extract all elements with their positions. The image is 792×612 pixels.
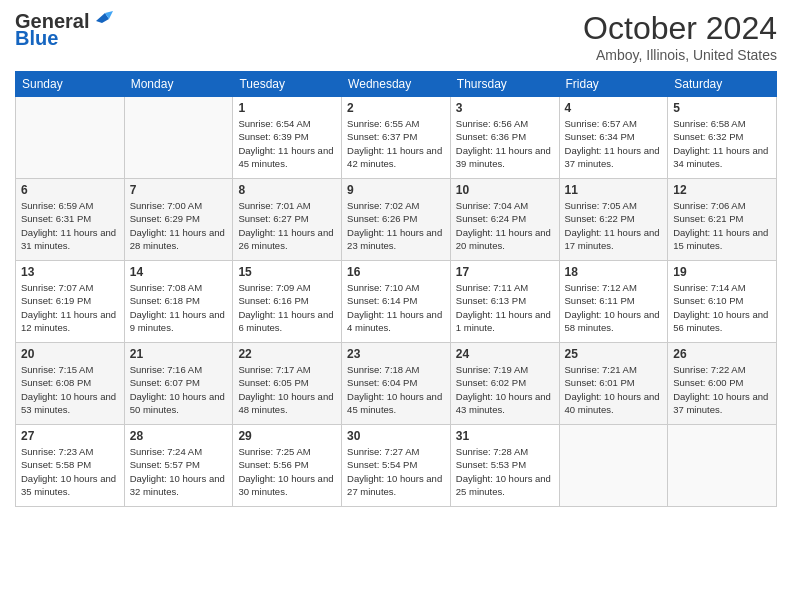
col-header-sunday: Sunday	[16, 72, 125, 97]
day-cell: 12Sunrise: 7:06 AM Sunset: 6:21 PM Dayli…	[668, 179, 777, 261]
week-row-2: 6Sunrise: 6:59 AM Sunset: 6:31 PM Daylig…	[16, 179, 777, 261]
day-cell: 23Sunrise: 7:18 AM Sunset: 6:04 PM Dayli…	[342, 343, 451, 425]
day-info: Sunrise: 7:05 AM Sunset: 6:22 PM Dayligh…	[565, 199, 663, 252]
day-cell: 1Sunrise: 6:54 AM Sunset: 6:39 PM Daylig…	[233, 97, 342, 179]
day-cell: 17Sunrise: 7:11 AM Sunset: 6:13 PM Dayli…	[450, 261, 559, 343]
title-area: October 2024 Amboy, Illinois, United Sta…	[583, 10, 777, 63]
day-info: Sunrise: 7:16 AM Sunset: 6:07 PM Dayligh…	[130, 363, 228, 416]
day-cell: 18Sunrise: 7:12 AM Sunset: 6:11 PM Dayli…	[559, 261, 668, 343]
day-number: 2	[347, 101, 445, 115]
day-number: 24	[456, 347, 554, 361]
day-number: 22	[238, 347, 336, 361]
day-number: 13	[21, 265, 119, 279]
day-number: 20	[21, 347, 119, 361]
day-info: Sunrise: 7:11 AM Sunset: 6:13 PM Dayligh…	[456, 281, 554, 334]
day-cell: 27Sunrise: 7:23 AM Sunset: 5:58 PM Dayli…	[16, 425, 125, 507]
day-number: 14	[130, 265, 228, 279]
day-number: 30	[347, 429, 445, 443]
day-cell: 6Sunrise: 6:59 AM Sunset: 6:31 PM Daylig…	[16, 179, 125, 261]
day-number: 16	[347, 265, 445, 279]
col-header-tuesday: Tuesday	[233, 72, 342, 97]
day-info: Sunrise: 7:08 AM Sunset: 6:18 PM Dayligh…	[130, 281, 228, 334]
day-cell: 24Sunrise: 7:19 AM Sunset: 6:02 PM Dayli…	[450, 343, 559, 425]
week-row-1: 1Sunrise: 6:54 AM Sunset: 6:39 PM Daylig…	[16, 97, 777, 179]
day-info: Sunrise: 7:24 AM Sunset: 5:57 PM Dayligh…	[130, 445, 228, 498]
day-info: Sunrise: 7:23 AM Sunset: 5:58 PM Dayligh…	[21, 445, 119, 498]
day-cell: 9Sunrise: 7:02 AM Sunset: 6:26 PM Daylig…	[342, 179, 451, 261]
location: Amboy, Illinois, United States	[583, 47, 777, 63]
day-info: Sunrise: 7:10 AM Sunset: 6:14 PM Dayligh…	[347, 281, 445, 334]
day-info: Sunrise: 6:54 AM Sunset: 6:39 PM Dayligh…	[238, 117, 336, 170]
day-cell	[16, 97, 125, 179]
day-number: 15	[238, 265, 336, 279]
day-cell: 10Sunrise: 7:04 AM Sunset: 6:24 PM Dayli…	[450, 179, 559, 261]
day-info: Sunrise: 6:57 AM Sunset: 6:34 PM Dayligh…	[565, 117, 663, 170]
day-number: 31	[456, 429, 554, 443]
day-number: 3	[456, 101, 554, 115]
day-info: Sunrise: 6:55 AM Sunset: 6:37 PM Dayligh…	[347, 117, 445, 170]
logo: General Blue	[15, 10, 113, 50]
day-cell: 7Sunrise: 7:00 AM Sunset: 6:29 PM Daylig…	[124, 179, 233, 261]
day-info: Sunrise: 7:25 AM Sunset: 5:56 PM Dayligh…	[238, 445, 336, 498]
day-cell: 30Sunrise: 7:27 AM Sunset: 5:54 PM Dayli…	[342, 425, 451, 507]
col-header-wednesday: Wednesday	[342, 72, 451, 97]
day-number: 23	[347, 347, 445, 361]
day-number: 25	[565, 347, 663, 361]
day-cell: 11Sunrise: 7:05 AM Sunset: 6:22 PM Dayli…	[559, 179, 668, 261]
calendar-table: SundayMondayTuesdayWednesdayThursdayFrid…	[15, 71, 777, 507]
day-number: 27	[21, 429, 119, 443]
day-number: 17	[456, 265, 554, 279]
day-info: Sunrise: 6:58 AM Sunset: 6:32 PM Dayligh…	[673, 117, 771, 170]
day-info: Sunrise: 6:59 AM Sunset: 6:31 PM Dayligh…	[21, 199, 119, 252]
day-info: Sunrise: 7:18 AM Sunset: 6:04 PM Dayligh…	[347, 363, 445, 416]
logo-blue: Blue	[15, 27, 58, 50]
col-header-monday: Monday	[124, 72, 233, 97]
day-cell	[559, 425, 668, 507]
day-number: 18	[565, 265, 663, 279]
day-info: Sunrise: 7:01 AM Sunset: 6:27 PM Dayligh…	[238, 199, 336, 252]
header-row: SundayMondayTuesdayWednesdayThursdayFrid…	[16, 72, 777, 97]
day-info: Sunrise: 7:07 AM Sunset: 6:19 PM Dayligh…	[21, 281, 119, 334]
day-number: 19	[673, 265, 771, 279]
week-row-5: 27Sunrise: 7:23 AM Sunset: 5:58 PM Dayli…	[16, 425, 777, 507]
day-cell: 19Sunrise: 7:14 AM Sunset: 6:10 PM Dayli…	[668, 261, 777, 343]
day-number: 28	[130, 429, 228, 443]
day-number: 10	[456, 183, 554, 197]
day-number: 5	[673, 101, 771, 115]
day-cell: 31Sunrise: 7:28 AM Sunset: 5:53 PM Dayli…	[450, 425, 559, 507]
day-info: Sunrise: 7:09 AM Sunset: 6:16 PM Dayligh…	[238, 281, 336, 334]
day-info: Sunrise: 7:02 AM Sunset: 6:26 PM Dayligh…	[347, 199, 445, 252]
page-container: General Blue October 2024 Amboy, Illinoi…	[0, 0, 792, 517]
header: General Blue October 2024 Amboy, Illinoi…	[15, 10, 777, 63]
day-info: Sunrise: 7:22 AM Sunset: 6:00 PM Dayligh…	[673, 363, 771, 416]
week-row-4: 20Sunrise: 7:15 AM Sunset: 6:08 PM Dayli…	[16, 343, 777, 425]
day-info: Sunrise: 7:06 AM Sunset: 6:21 PM Dayligh…	[673, 199, 771, 252]
week-row-3: 13Sunrise: 7:07 AM Sunset: 6:19 PM Dayli…	[16, 261, 777, 343]
day-info: Sunrise: 7:27 AM Sunset: 5:54 PM Dayligh…	[347, 445, 445, 498]
day-info: Sunrise: 7:12 AM Sunset: 6:11 PM Dayligh…	[565, 281, 663, 334]
day-cell: 14Sunrise: 7:08 AM Sunset: 6:18 PM Dayli…	[124, 261, 233, 343]
day-number: 4	[565, 101, 663, 115]
day-cell: 25Sunrise: 7:21 AM Sunset: 6:01 PM Dayli…	[559, 343, 668, 425]
day-cell: 8Sunrise: 7:01 AM Sunset: 6:27 PM Daylig…	[233, 179, 342, 261]
day-info: Sunrise: 6:56 AM Sunset: 6:36 PM Dayligh…	[456, 117, 554, 170]
day-cell	[124, 97, 233, 179]
day-cell: 20Sunrise: 7:15 AM Sunset: 6:08 PM Dayli…	[16, 343, 125, 425]
day-cell	[668, 425, 777, 507]
month-title: October 2024	[583, 10, 777, 47]
day-number: 8	[238, 183, 336, 197]
day-cell: 5Sunrise: 6:58 AM Sunset: 6:32 PM Daylig…	[668, 97, 777, 179]
day-number: 29	[238, 429, 336, 443]
day-info: Sunrise: 7:00 AM Sunset: 6:29 PM Dayligh…	[130, 199, 228, 252]
day-number: 7	[130, 183, 228, 197]
day-cell: 13Sunrise: 7:07 AM Sunset: 6:19 PM Dayli…	[16, 261, 125, 343]
col-header-thursday: Thursday	[450, 72, 559, 97]
day-number: 6	[21, 183, 119, 197]
day-info: Sunrise: 7:17 AM Sunset: 6:05 PM Dayligh…	[238, 363, 336, 416]
col-header-saturday: Saturday	[668, 72, 777, 97]
day-number: 1	[238, 101, 336, 115]
logo-bird-icon	[91, 11, 113, 29]
day-info: Sunrise: 7:19 AM Sunset: 6:02 PM Dayligh…	[456, 363, 554, 416]
col-header-friday: Friday	[559, 72, 668, 97]
day-info: Sunrise: 7:21 AM Sunset: 6:01 PM Dayligh…	[565, 363, 663, 416]
